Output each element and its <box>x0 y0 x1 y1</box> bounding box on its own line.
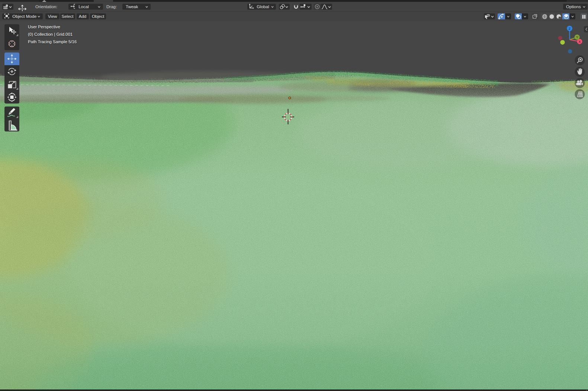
svg-text:X: X <box>578 40 581 44</box>
svg-text:Z: Z <box>569 27 571 31</box>
svg-text:Y: Y <box>576 35 578 39</box>
